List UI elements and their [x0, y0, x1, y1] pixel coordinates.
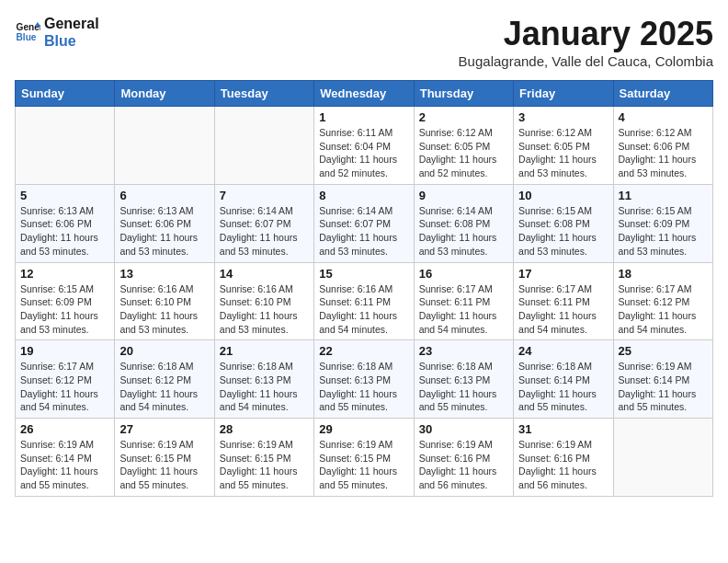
day-number: 9: [419, 189, 508, 202]
day-info: Sunrise: 6:16 AM Sunset: 6:10 PM Dayligh…: [220, 282, 309, 337]
day-number: 24: [518, 344, 608, 358]
day-info: Sunrise: 6:19 AM Sunset: 6:15 PM Dayligh…: [119, 438, 209, 492]
svg-text:Blue: Blue: [17, 33, 37, 43]
calendar-week-row: 19Sunrise: 6:17 AM Sunset: 6:12 PM Dayli…: [16, 340, 713, 419]
day-info: Sunrise: 6:19 AM Sunset: 6:16 PM Dayligh…: [518, 438, 608, 492]
calendar-cell: 5Sunrise: 6:13 AM Sunset: 6:06 PM Daylig…: [16, 184, 115, 262]
day-info: Sunrise: 6:17 AM Sunset: 6:12 PM Dayligh…: [619, 282, 708, 337]
calendar-cell: 9Sunrise: 6:14 AM Sunset: 6:08 PM Daylig…: [414, 184, 513, 262]
calendar-cell: 12Sunrise: 6:15 AM Sunset: 6:09 PM Dayli…: [16, 262, 115, 340]
calendar-cell: 24Sunrise: 6:18 AM Sunset: 6:14 PM Dayli…: [514, 340, 613, 419]
day-info: Sunrise: 6:13 AM Sunset: 6:06 PM Dayligh…: [119, 204, 209, 259]
day-info: Sunrise: 6:18 AM Sunset: 6:13 PM Dayligh…: [220, 360, 309, 414]
day-number: 1: [319, 110, 408, 124]
calendar-cell: 4Sunrise: 6:12 AM Sunset: 6:06 PM Daylig…: [613, 107, 712, 185]
calendar-cell: 6Sunrise: 6:13 AM Sunset: 6:06 PM Daylig…: [115, 184, 214, 262]
calendar-cell: 18Sunrise: 6:17 AM Sunset: 6:12 PM Dayli…: [613, 262, 712, 340]
day-info: Sunrise: 6:14 AM Sunset: 6:08 PM Dayligh…: [419, 204, 508, 259]
calendar-cell: 11Sunrise: 6:15 AM Sunset: 6:09 PM Dayli…: [613, 184, 712, 262]
day-number: 2: [419, 110, 508, 124]
calendar-week-row: 5Sunrise: 6:13 AM Sunset: 6:06 PM Daylig…: [16, 184, 713, 262]
day-info: Sunrise: 6:15 AM Sunset: 6:09 PM Dayligh…: [619, 204, 708, 259]
day-info: Sunrise: 6:14 AM Sunset: 6:07 PM Dayligh…: [220, 204, 309, 259]
day-number: 26: [20, 422, 109, 436]
calendar-week-row: 1Sunrise: 6:11 AM Sunset: 6:04 PM Daylig…: [16, 107, 713, 185]
page-header: General Blue General Blue January 2025 B…: [15, 15, 713, 69]
day-number: 15: [319, 267, 408, 281]
logo: General Blue General Blue: [15, 15, 99, 50]
day-number: 25: [619, 344, 708, 358]
day-info: Sunrise: 6:14 AM Sunset: 6:07 PM Dayligh…: [319, 204, 408, 259]
day-number: 30: [419, 422, 508, 436]
day-info: Sunrise: 6:18 AM Sunset: 6:12 PM Dayligh…: [119, 360, 209, 414]
weekday-header-sunday: Sunday: [16, 81, 115, 107]
day-number: 3: [518, 110, 608, 124]
calendar-cell: 29Sunrise: 6:19 AM Sunset: 6:15 PM Dayli…: [314, 419, 414, 497]
weekday-header-wednesday: Wednesday: [314, 81, 414, 107]
weekday-header-friday: Friday: [514, 81, 613, 107]
calendar-cell: 22Sunrise: 6:18 AM Sunset: 6:13 PM Dayli…: [314, 340, 414, 419]
calendar-cell: 25Sunrise: 6:19 AM Sunset: 6:14 PM Dayli…: [613, 340, 712, 419]
calendar-cell: 28Sunrise: 6:19 AM Sunset: 6:15 PM Dayli…: [214, 419, 313, 497]
title-block: January 2025 Bugalagrande, Valle del Cau…: [459, 15, 713, 69]
day-number: 20: [119, 344, 209, 358]
general-blue-logo-icon: General Blue: [15, 19, 40, 45]
day-number: 16: [419, 267, 508, 281]
calendar-cell: 27Sunrise: 6:19 AM Sunset: 6:15 PM Dayli…: [115, 419, 214, 497]
day-info: Sunrise: 6:17 AM Sunset: 6:11 PM Dayligh…: [518, 282, 608, 337]
day-info: Sunrise: 6:19 AM Sunset: 6:15 PM Dayligh…: [319, 438, 408, 492]
day-info: Sunrise: 6:19 AM Sunset: 6:14 PM Dayligh…: [619, 360, 708, 414]
calendar-cell: 10Sunrise: 6:15 AM Sunset: 6:08 PM Dayli…: [514, 184, 613, 262]
day-number: 21: [220, 344, 309, 358]
calendar-cell: 13Sunrise: 6:16 AM Sunset: 6:10 PM Dayli…: [115, 262, 214, 340]
calendar-week-row: 12Sunrise: 6:15 AM Sunset: 6:09 PM Dayli…: [16, 262, 713, 340]
calendar-cell: 17Sunrise: 6:17 AM Sunset: 6:11 PM Dayli…: [514, 262, 613, 340]
day-info: Sunrise: 6:13 AM Sunset: 6:06 PM Dayligh…: [20, 204, 109, 259]
day-number: 8: [319, 189, 408, 202]
logo-blue: Blue: [44, 32, 99, 50]
calendar-cell: 20Sunrise: 6:18 AM Sunset: 6:12 PM Dayli…: [115, 340, 214, 419]
day-number: 31: [518, 422, 608, 436]
calendar-cell: 14Sunrise: 6:16 AM Sunset: 6:10 PM Dayli…: [214, 262, 313, 340]
day-number: 5: [20, 189, 109, 202]
day-number: 6: [119, 189, 209, 202]
weekday-header-saturday: Saturday: [613, 81, 712, 107]
day-info: Sunrise: 6:16 AM Sunset: 6:11 PM Dayligh…: [319, 282, 408, 337]
day-number: 27: [119, 422, 209, 436]
day-number: 28: [220, 422, 309, 436]
calendar-cell: 8Sunrise: 6:14 AM Sunset: 6:07 PM Daylig…: [314, 184, 414, 262]
day-number: 7: [220, 189, 309, 202]
day-number: 13: [119, 267, 209, 281]
day-info: Sunrise: 6:17 AM Sunset: 6:12 PM Dayligh…: [20, 360, 109, 414]
day-info: Sunrise: 6:19 AM Sunset: 6:15 PM Dayligh…: [220, 438, 309, 492]
calendar-header-row: SundayMondayTuesdayWednesdayThursdayFrid…: [16, 81, 713, 107]
day-number: 12: [20, 267, 109, 281]
day-info: Sunrise: 6:11 AM Sunset: 6:04 PM Dayligh…: [319, 126, 408, 180]
day-number: 19: [20, 344, 109, 358]
calendar-cell: [613, 419, 712, 497]
day-info: Sunrise: 6:12 AM Sunset: 6:06 PM Dayligh…: [619, 126, 708, 180]
location-subtitle: Bugalagrande, Valle del Cauca, Colombia: [459, 53, 713, 69]
day-number: 18: [619, 267, 708, 281]
calendar-cell: 23Sunrise: 6:18 AM Sunset: 6:13 PM Dayli…: [414, 340, 513, 419]
calendar-cell: [214, 107, 313, 185]
day-info: Sunrise: 6:15 AM Sunset: 6:09 PM Dayligh…: [20, 282, 109, 337]
calendar-cell: 30Sunrise: 6:19 AM Sunset: 6:16 PM Dayli…: [414, 419, 513, 497]
calendar-cell: 26Sunrise: 6:19 AM Sunset: 6:14 PM Dayli…: [16, 419, 115, 497]
day-info: Sunrise: 6:18 AM Sunset: 6:13 PM Dayligh…: [319, 360, 408, 414]
calendar-cell: 3Sunrise: 6:12 AM Sunset: 6:05 PM Daylig…: [514, 107, 613, 185]
day-info: Sunrise: 6:18 AM Sunset: 6:13 PM Dayligh…: [419, 360, 508, 414]
calendar-cell: [115, 107, 214, 185]
day-info: Sunrise: 6:19 AM Sunset: 6:14 PM Dayligh…: [20, 438, 109, 492]
day-number: 17: [518, 267, 608, 281]
calendar-cell: 16Sunrise: 6:17 AM Sunset: 6:11 PM Dayli…: [414, 262, 513, 340]
day-number: 23: [419, 344, 508, 358]
calendar-table: SundayMondayTuesdayWednesdayThursdayFrid…: [15, 80, 713, 497]
calendar-cell: [16, 107, 115, 185]
calendar-cell: 2Sunrise: 6:12 AM Sunset: 6:05 PM Daylig…: [414, 107, 513, 185]
day-info: Sunrise: 6:16 AM Sunset: 6:10 PM Dayligh…: [119, 282, 209, 337]
day-number: 11: [619, 189, 708, 202]
calendar-cell: 21Sunrise: 6:18 AM Sunset: 6:13 PM Dayli…: [214, 340, 313, 419]
day-info: Sunrise: 6:18 AM Sunset: 6:14 PM Dayligh…: [518, 360, 608, 414]
day-number: 14: [220, 267, 309, 281]
